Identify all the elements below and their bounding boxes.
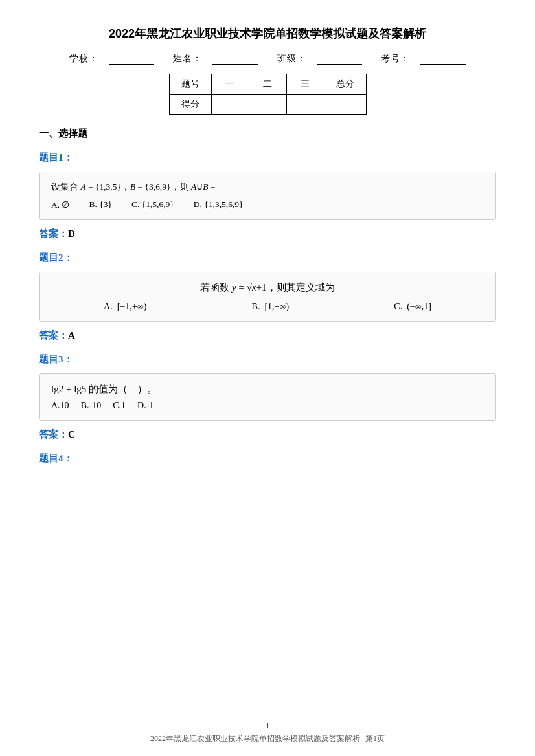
q1-title: 题目1：	[39, 151, 496, 164]
col-header-0: 题号	[169, 74, 211, 94]
q3-option-c: C.1	[113, 401, 126, 411]
col-header-4: 总分	[324, 74, 366, 94]
footer-text: 2022年黑龙江农业职业技术学院单招数学模拟试题及答案解析--第1页	[0, 733, 535, 744]
exam-label: 考号：	[381, 53, 410, 65]
info-row: 学校： 姓名： 班级： 考号：	[39, 53, 496, 65]
q2-answer: 答案：A	[39, 329, 496, 342]
col-header-1: 一	[211, 74, 249, 94]
col-header-3: 三	[286, 74, 324, 94]
q1-answer: 答案：D	[39, 228, 496, 240]
q3-box: lg2 + lg5 的值为（ ）。 A.10 B.-10 C.1 D.-1	[39, 373, 496, 421]
q3-text: lg2 + lg5 的值为（ ）。	[51, 383, 484, 395]
page-number: 1	[0, 720, 535, 731]
q1-options: A. ∅ B. {3} C. {1,5,6,9} D. {1,3,5,6,9}	[51, 199, 484, 210]
school-blank	[109, 54, 154, 65]
page-footer: 1 2022年黑龙江农业职业技术学院单招数学模拟试题及答案解析--第1页	[0, 720, 535, 744]
col-header-2: 二	[249, 74, 286, 94]
q3-option-d: D.-1	[137, 401, 154, 411]
q2-option-a: A. [−1,+∞)	[104, 302, 146, 312]
q3-answer-value: C	[68, 429, 75, 439]
q1-answer-value: D	[68, 228, 75, 239]
name-blank	[212, 54, 258, 65]
score-cell-2	[249, 94, 286, 115]
q1-option-d: D. {1,3,5,6,9}	[194, 199, 244, 210]
score-table: 题号 一 二 三 总分 得分	[169, 74, 367, 115]
q1-option-c: C. {1,5,6,9}	[131, 199, 174, 210]
q1-answer-label: 答案：	[39, 228, 68, 239]
q3-title: 题目3：	[39, 353, 496, 366]
q2-option-c: C. (−∞,1]	[394, 302, 431, 312]
q1-option-a: A. ∅	[51, 199, 70, 210]
q3-answer-label: 答案：	[39, 429, 68, 439]
score-cell-3	[286, 94, 324, 115]
score-cell-total	[324, 94, 366, 115]
q3-option-a: A.10	[51, 401, 69, 411]
q1-box: 设集合 A = {1,3,5}，B = {3,6,9}，则 A∪B = A. ∅…	[39, 172, 496, 220]
q2-title: 题目2：	[39, 252, 496, 264]
q2-option-b: B. [1,+∞)	[252, 302, 290, 312]
q4-title: 题目4：	[39, 452, 496, 465]
q2-answer-label: 答案：	[39, 330, 68, 340]
exam-blank	[420, 54, 466, 65]
page-title: 2022年黑龙江农业职业技术学院单招数学模拟试题及答案解析	[39, 26, 496, 41]
class-label: 班级：	[277, 53, 306, 65]
q2-options: A. [−1,+∞) B. [1,+∞) C. (−∞,1]	[51, 302, 484, 312]
q2-answer-value: A	[68, 330, 75, 340]
class-blank	[317, 54, 362, 65]
score-label: 得分	[169, 94, 211, 115]
q3-option-b: B.-10	[81, 401, 102, 411]
q2-box: 若函数 y = √x+1，则其定义域为 A. [−1,+∞) B. [1,+∞)…	[39, 272, 496, 322]
score-table-wrapper: 题号 一 二 三 总分 得分	[39, 74, 496, 115]
q1-text: 设集合 A = {1,3,5}，B = {3,6,9}，则 A∪B =	[51, 181, 484, 193]
page-container: 2022年黑龙江农业职业技术学院单招数学模拟试题及答案解析 学校： 姓名： 班级…	[0, 0, 535, 756]
school-label: 学校：	[69, 53, 98, 65]
score-cell-1	[211, 94, 249, 115]
section1-title: 一、选择题	[39, 128, 496, 140]
q3-options: A.10 B.-10 C.1 D.-1	[51, 401, 484, 411]
q2-text: 若函数 y = √x+1，则其定义域为	[51, 282, 484, 294]
name-label: 姓名：	[173, 53, 202, 65]
q3-answer: 答案：C	[39, 428, 496, 441]
q1-option-b: B. {3}	[89, 199, 112, 210]
